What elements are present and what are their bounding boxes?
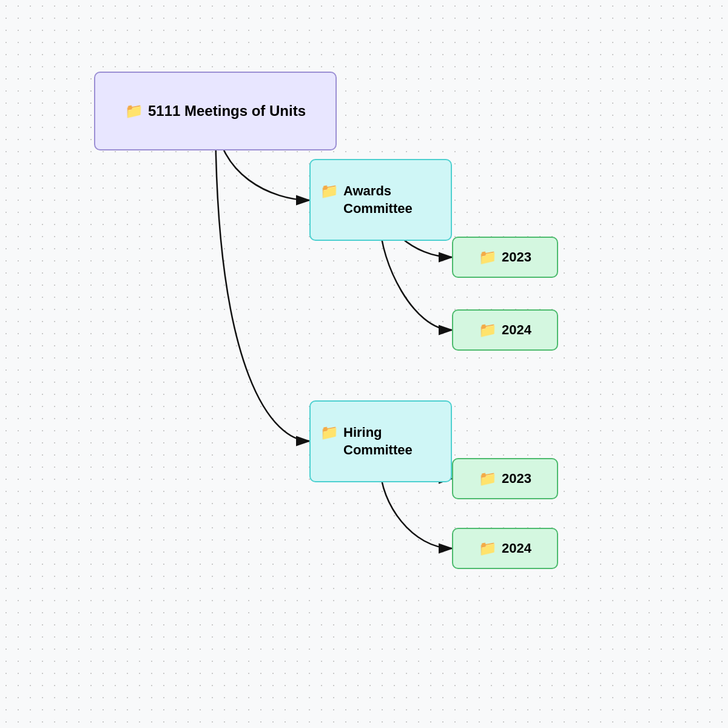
root-folder-icon: 📁 (125, 103, 143, 120)
awards-text: Awards Committee (343, 183, 413, 217)
root-node[interactable]: 📁 5111 Meetings of Units (94, 72, 337, 150)
awards-2024-node[interactable]: 📁 2024 (452, 309, 558, 351)
hiring-2023-folder-icon: 📁 (479, 470, 497, 487)
hiring-2024-node[interactable]: 📁 2024 (452, 528, 558, 569)
awards-2023-folder-icon: 📁 (479, 249, 497, 266)
awards-2024-folder-icon: 📁 (479, 322, 497, 339)
root-label: 5111 Meetings of Units (148, 103, 306, 120)
awards-folder-icon: 📁 (320, 183, 339, 200)
hiring-2023-node[interactable]: 📁 2023 (452, 458, 558, 499)
diagram-container: 📁 5111 Meetings of Units 📁 Awards Commit… (0, 0, 728, 728)
hiring-text: Hiring Committee (343, 424, 413, 459)
hiring-line1: Hiring (343, 424, 382, 442)
awards-2023-label: 2023 (502, 249, 531, 265)
awards-line1: Awards (343, 183, 391, 200)
hiring-label-row: 📁 Hiring Committee (320, 424, 413, 459)
hiring-line2: Committee (343, 442, 413, 459)
awards-line2: Committee (343, 200, 413, 218)
root-to-hiring-path (215, 111, 309, 441)
awards-committee-node[interactable]: 📁 Awards Committee (309, 159, 452, 241)
awards-2024-label: 2024 (502, 322, 531, 338)
hiring-committee-node[interactable]: 📁 Hiring Committee (309, 400, 452, 482)
hiring-folder-icon: 📁 (320, 424, 339, 441)
hiring-2023-label: 2023 (502, 471, 531, 487)
hiring-2024-folder-icon: 📁 (479, 540, 497, 557)
hiring-2024-label: 2024 (502, 541, 531, 556)
awards-label-row: 📁 Awards Committee (320, 183, 413, 217)
awards-2023-node[interactable]: 📁 2023 (452, 237, 558, 278)
